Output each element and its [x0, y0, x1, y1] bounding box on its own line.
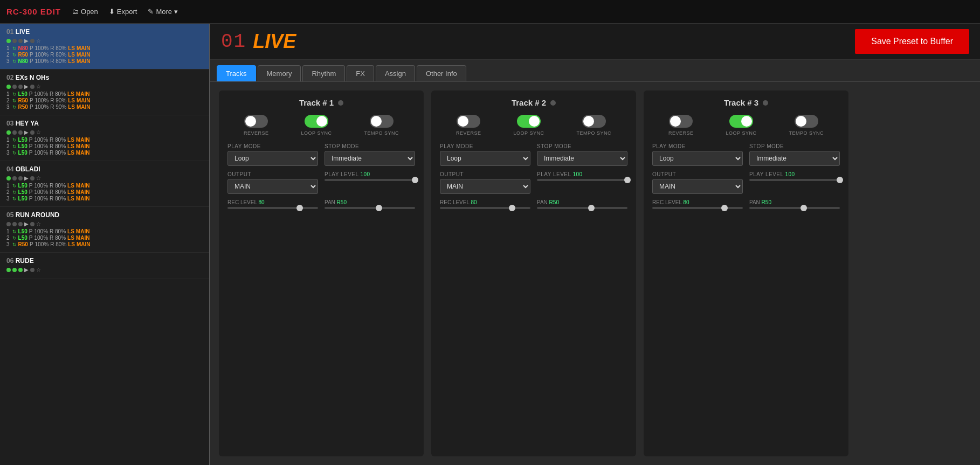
tempo-sync-toggle[interactable] — [370, 115, 394, 128]
pan-thumb — [376, 205, 382, 211]
rec-level-thumb — [509, 205, 515, 211]
tempo-sync-toggle[interactable] — [582, 115, 606, 128]
output-select[interactable]: MAIN SUB — [440, 179, 530, 194]
tab-fx[interactable]: FX — [347, 65, 374, 81]
rec-pan-row: REC LEVEL 80 PAN R50 — [227, 199, 415, 213]
stop-mode-select[interactable]: Immediate FadeOut Loop — [537, 151, 627, 166]
play-level-slider[interactable] — [325, 179, 415, 181]
indicator-dot — [18, 176, 23, 181]
track-r: 100% — [35, 104, 49, 110]
indicator-dot: ☆ — [36, 84, 41, 89]
indicator-dot: ▶ — [24, 221, 29, 227]
pan-label: PAN R50 — [537, 199, 627, 205]
rec-level-slider[interactable] — [652, 207, 743, 209]
reverse-toggle[interactable] — [244, 115, 268, 128]
play-level-label: PLAY LEVEL 100 — [325, 171, 415, 177]
track-vol: R 80% — [50, 45, 66, 51]
pan-slider[interactable] — [749, 207, 840, 209]
play-level-slider[interactable] — [749, 179, 840, 181]
tab-tracks[interactable]: Tracks — [217, 65, 256, 81]
reverse-toggle[interactable] — [669, 115, 693, 128]
track-r: 100% — [34, 143, 48, 149]
preset-track-row: 3 ↻ N80 P 100% R 80% LS MAIN — [6, 58, 203, 64]
play-level-label: PLAY LEVEL 100 — [537, 171, 627, 177]
preset-num: 04 — [6, 165, 16, 173]
reverse-toggle-group: REVERSE — [244, 115, 269, 136]
rec-label: R50 — [18, 241, 28, 247]
tab-memory[interactable]: Memory — [258, 65, 301, 81]
sidebar-preset-item[interactable]: 05 RUN AROUND▶☆1 ↻ L50 P 100% R 80% LS M… — [0, 207, 209, 253]
track-p: P — [29, 143, 33, 149]
preset-header: 03 HEY YA — [6, 120, 203, 127]
preset-track-row: 2 ↻ R50 P 100% R 90% LS MAIN — [6, 98, 203, 103]
indicator-dot — [18, 39, 23, 43]
sidebar-preset-item[interactable]: 06 RUDE▶☆ — [0, 253, 209, 279]
open-nav-item[interactable]: 🗂 Open — [72, 8, 98, 16]
sidebar-preset-item[interactable]: 03 HEY YA▶☆1 ↻ L50 P 100% R 80% LS MAIN2… — [0, 115, 209, 161]
indicator-dot — [30, 85, 34, 89]
loop-sync-toggle[interactable] — [305, 115, 328, 128]
sidebar-preset-item[interactable]: 02 EXs N OHs▶☆1 ↻ L50 P 100% R 80% LS MA… — [0, 70, 209, 115]
play-mode-select[interactable]: Loop 1Shot — [440, 151, 530, 166]
track-card-1: Track # 1 REVERSE LOOP SYNC TEMPO SYNC — [219, 91, 424, 456]
track-output: MAIN — [76, 137, 90, 143]
toggle-knob — [371, 116, 382, 127]
more-icon: ✎ — [148, 8, 154, 16]
main-layout: 01 LIVE▶☆1 ↻ N80 P 100% R 80% LS MAIN2 ↻… — [0, 24, 980, 465]
toggle-knob — [529, 116, 540, 127]
tab-assign[interactable]: Assign — [376, 65, 415, 81]
tab-other_info[interactable]: Other Info — [417, 65, 466, 81]
loop-sync-toggle[interactable] — [517, 115, 541, 128]
rec-label: N80 — [18, 58, 28, 64]
reverse-toggle[interactable] — [457, 115, 480, 128]
rec-level-slider[interactable] — [227, 207, 318, 209]
export-nav-item[interactable]: ⬇ Export — [109, 8, 137, 16]
track-vol: R 80% — [50, 196, 66, 202]
play-level-group: PLAY LEVEL 100 — [537, 171, 627, 194]
sidebar-preset-item[interactable]: 04 OBLADI▶☆1 ↻ L50 P 100% R 80% LS MAIN2… — [0, 161, 209, 207]
rec-label: L50 — [18, 196, 27, 202]
track-p: P — [29, 137, 33, 143]
toggle-knob — [796, 116, 806, 127]
play-mode-select[interactable]: Loop 1Shot — [227, 151, 318, 166]
preset-header: 01 LIVE — [6, 28, 203, 36]
indicator-dot — [30, 39, 34, 43]
indicator-dot: ▶ — [24, 38, 29, 44]
output-select[interactable]: MAIN SUB — [227, 179, 318, 194]
pan-slider[interactable] — [325, 207, 415, 209]
sidebar-preset-item[interactable]: 01 LIVE▶☆1 ↻ N80 P 100% R 80% LS MAIN2 ↻… — [0, 24, 209, 70]
tempo-sync-toggle-group: TEMPO SYNC — [364, 115, 399, 136]
more-nav-item[interactable]: ✎ More ▾ — [148, 8, 177, 16]
preset-indicators: ▶☆ — [6, 267, 203, 273]
play-mode-select[interactable]: Loop 1Shot — [652, 151, 743, 166]
play-mode-group: PLAY MODE Loop 1Shot — [227, 143, 318, 166]
tab-rhythm[interactable]: Rhythm — [302, 65, 345, 81]
toggle-knob — [458, 116, 468, 127]
rec-label: L50 — [18, 183, 27, 189]
loop-sync-toggle[interactable] — [729, 115, 753, 128]
ls-label: LS — [68, 104, 75, 110]
pan-slider[interactable] — [537, 207, 627, 209]
rec-label: R50 — [18, 104, 28, 110]
rec-label: L50 — [18, 143, 27, 149]
play-level-slider[interactable] — [537, 179, 627, 181]
rec-label: R50 — [18, 52, 28, 58]
loop-icon: ↻ — [12, 92, 17, 97]
preset-name: LIVE — [16, 28, 30, 36]
play-mode-group: PLAY MODE Loop 1Shot — [652, 143, 743, 166]
track-vol: R 80% — [50, 241, 66, 247]
preset-track-row: 2 ↻ L50 P 100% R 80% LS MAIN — [6, 143, 203, 149]
indicator-dot: ☆ — [36, 267, 41, 273]
rec-level-slider[interactable] — [440, 207, 530, 209]
output-group: OUTPUT MAIN SUB — [652, 171, 743, 194]
save-preset-button[interactable]: Save Preset to Buffer — [855, 29, 969, 54]
tempo-sync-toggle[interactable] — [795, 115, 818, 128]
preset-track-row: 3 ↻ R50 P 100% R 90% LS MAIN — [6, 104, 203, 110]
stop-mode-select[interactable]: Immediate FadeOut Loop — [749, 151, 840, 166]
stop-mode-select[interactable]: Immediate FadeOut Loop — [325, 151, 415, 166]
stop-mode-label: STOP MODE — [325, 143, 415, 149]
track-num: 2 — [6, 143, 10, 149]
preset-name: HEY YA — [16, 120, 39, 127]
output-select[interactable]: MAIN SUB — [652, 179, 743, 194]
reverse-label: REVERSE — [244, 130, 269, 136]
